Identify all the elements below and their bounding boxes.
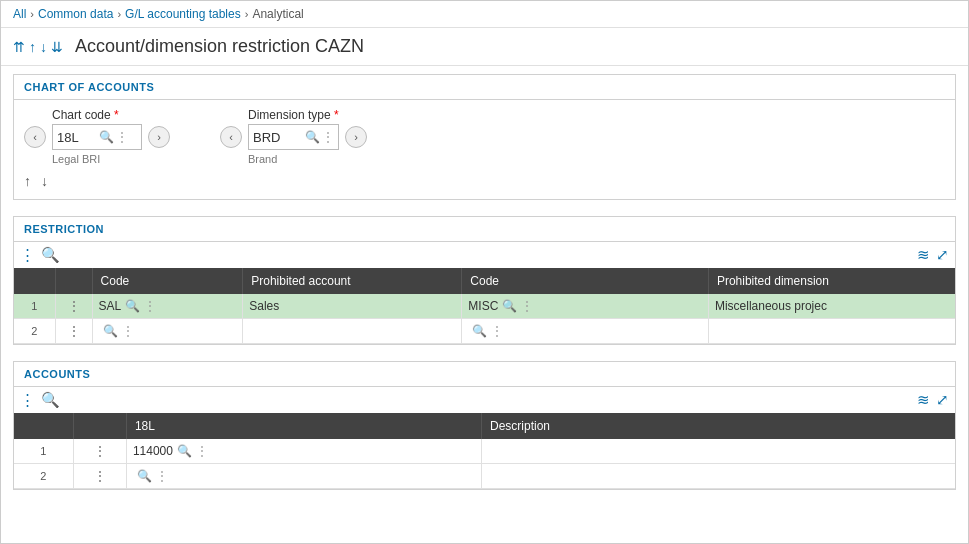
chart-code-nav: ‹ Chart code * 🔍 ⋮ Legal BRI ›: [24, 108, 170, 165]
dim-type-input-group: 🔍 ⋮: [248, 124, 339, 150]
acct-row1-search-icon[interactable]: 🔍: [177, 444, 192, 458]
chart-field-row: ‹ Chart code * 🔍 ⋮ Legal BRI ›: [24, 108, 945, 165]
col-code-header: Code: [92, 268, 243, 294]
chart-code-sub: Legal BRI: [52, 153, 142, 165]
restriction-header: RESTRICTION: [14, 217, 955, 242]
acct-row-code-2: 🔍 ⋮: [126, 464, 481, 489]
breadcrumb-all[interactable]: All: [13, 7, 26, 21]
col-prohibited-account-header: Prohibited account: [243, 268, 462, 294]
chart-of-accounts-body: ‹ Chart code * 🔍 ⋮ Legal BRI ›: [14, 100, 955, 199]
acct-row-menu-1[interactable]: ⋮: [73, 439, 126, 464]
row1-code-more-icon[interactable]: ⋮: [144, 299, 156, 313]
restriction-search-icon[interactable]: 🔍: [41, 246, 60, 264]
row-prohibited-account-1: Sales: [243, 294, 462, 319]
dim-type-input[interactable]: [253, 130, 303, 145]
accounts-menu-icon[interactable]: ⋮: [20, 391, 35, 409]
accounts-layers-icon[interactable]: ≋: [917, 391, 930, 409]
row-code2-2: 🔍 ⋮: [462, 319, 709, 344]
dimension-type-nav: ‹ Dimension type * 🔍 ⋮ Brand ›: [220, 108, 367, 165]
row2-code2-more-icon[interactable]: ⋮: [491, 324, 503, 338]
chart-code-search-icon[interactable]: 🔍: [99, 130, 114, 144]
chart-code-more-icon[interactable]: ⋮: [116, 130, 128, 144]
breadcrumb: All › Common data › G/L accounting table…: [1, 1, 968, 28]
chart-code-input-group: 🔍 ⋮: [52, 124, 142, 150]
chart-up-down-arrows: ↑ ↓: [24, 169, 945, 191]
acct-row-num-2: 2: [14, 464, 73, 489]
chart-code-next-btn[interactable]: ›: [148, 126, 170, 148]
acct-col-18l-header: 18L: [126, 413, 481, 439]
row1-code-search-icon[interactable]: 🔍: [125, 299, 140, 313]
acct-row-desc-1: [482, 439, 955, 464]
dim-type-label: Dimension type *: [248, 108, 339, 122]
accounts-header: ACCOUNTS: [14, 362, 955, 387]
restriction-section: RESTRICTION ⋮ 🔍 ≋ ⤢ Code Prohibited acco…: [13, 216, 956, 345]
table-row: 1 ⋮ SAL 🔍 ⋮ Sales MISC 🔍: [14, 294, 955, 319]
col-code2-header: Code: [462, 268, 709, 294]
chart-code-input[interactable]: [57, 130, 97, 145]
accounts-toolbar: ⋮ 🔍 ≋ ⤢: [14, 387, 955, 413]
accounts-expand-icon[interactable]: ⤢: [936, 391, 949, 409]
title-bar: ⇈ ↑ ↓ ⇊ Account/dimension restriction CA…: [1, 28, 968, 66]
row-code-1: SAL 🔍 ⋮: [92, 294, 243, 319]
breadcrumb-gl-tables[interactable]: G/L accounting tables: [125, 7, 241, 21]
restriction-menu-icon[interactable]: ⋮: [20, 246, 35, 264]
chart-of-accounts-section: CHART OF ACCOUNTS ‹ Chart code * 🔍 ⋮: [13, 74, 956, 200]
row2-code-more-icon[interactable]: ⋮: [122, 324, 134, 338]
row2-code-search-icon[interactable]: 🔍: [103, 324, 118, 338]
accounts-table: 18L Description 1 ⋮ 114000 🔍 ⋮: [14, 413, 955, 489]
restriction-toolbar: ⋮ 🔍 ≋ ⤢: [14, 242, 955, 268]
restriction-table: Code Prohibited account Code Prohibited …: [14, 268, 955, 344]
nav-up-icon[interactable]: ↑: [29, 39, 36, 55]
restriction-expand-icon[interactable]: ⤢: [936, 246, 949, 264]
col-menu-header: [55, 268, 92, 294]
nav-up-first-icon[interactable]: ⇈: [13, 39, 25, 55]
acct-col-menu-header: [73, 413, 126, 439]
row-menu-1[interactable]: ⋮: [55, 294, 92, 319]
acct-row1-more-icon[interactable]: ⋮: [196, 444, 208, 458]
chart-of-accounts-header: CHART OF ACCOUNTS: [14, 75, 955, 100]
chart-down-arrow[interactable]: ↓: [41, 173, 48, 189]
acct-row2-more-icon[interactable]: ⋮: [156, 469, 168, 483]
restriction-right-icons: ≋ ⤢: [917, 246, 949, 264]
table-row: 1 ⋮ 114000 🔍 ⋮: [14, 439, 955, 464]
table-row: 2 ⋮ 🔍 ⋮: [14, 464, 955, 489]
row-prohibited-dim-1: Miscellaneous projec: [708, 294, 955, 319]
dim-type-prev-btn[interactable]: ‹: [220, 126, 242, 148]
acct-row-code-1: 114000 🔍 ⋮: [126, 439, 481, 464]
row2-code2-search-icon[interactable]: 🔍: [472, 324, 487, 338]
accounts-section: ACCOUNTS ⋮ 🔍 ≋ ⤢ 18L Description: [13, 361, 956, 490]
row1-code2-search-icon[interactable]: 🔍: [502, 299, 517, 313]
breadcrumb-analytical: Analytical: [252, 7, 303, 21]
nav-down-icon[interactable]: ↓: [40, 39, 47, 55]
dim-type-next-btn[interactable]: ›: [345, 126, 367, 148]
acct-col-desc-header: Description: [482, 413, 955, 439]
accounts-right-icons: ≋ ⤢: [917, 391, 949, 409]
row-code-2: 🔍 ⋮: [92, 319, 243, 344]
title-nav-group: ⇈ ↑ ↓ ⇊: [13, 39, 63, 55]
dim-type-search-icon[interactable]: 🔍: [305, 130, 320, 144]
row-num-2: 2: [14, 319, 55, 344]
row-num-1: 1: [14, 294, 55, 319]
acct-row-menu-2[interactable]: ⋮: [73, 464, 126, 489]
chart-code-prev-btn[interactable]: ‹: [24, 126, 46, 148]
dim-type-more-icon[interactable]: ⋮: [322, 130, 334, 144]
acct-row2-search-icon[interactable]: 🔍: [137, 469, 152, 483]
dim-type-sub: Brand: [248, 153, 339, 165]
page-title: Account/dimension restriction CAZN: [75, 36, 364, 57]
row-menu-2[interactable]: ⋮: [55, 319, 92, 344]
restriction-layers-icon[interactable]: ≋: [917, 246, 930, 264]
nav-down-last-icon[interactable]: ⇊: [51, 39, 63, 55]
chart-up-arrow[interactable]: ↑: [24, 173, 31, 189]
col-num-header: [14, 268, 55, 294]
row1-code2-more-icon[interactable]: ⋮: [521, 299, 533, 313]
breadcrumb-common-data[interactable]: Common data: [38, 7, 113, 21]
col-prohibited-dimension-header: Prohibited dimension: [708, 268, 955, 294]
table-row: 2 ⋮ 🔍 ⋮ 🔍 ⋮: [14, 319, 955, 344]
acct-row-num-1: 1: [14, 439, 73, 464]
row-prohibited-dim-2: [708, 319, 955, 344]
row-code2-1: MISC 🔍 ⋮: [462, 294, 709, 319]
chart-code-label: Chart code *: [52, 108, 142, 122]
acct-col-num-header: [14, 413, 73, 439]
row-prohibited-account-2: [243, 319, 462, 344]
accounts-search-icon[interactable]: 🔍: [41, 391, 60, 409]
